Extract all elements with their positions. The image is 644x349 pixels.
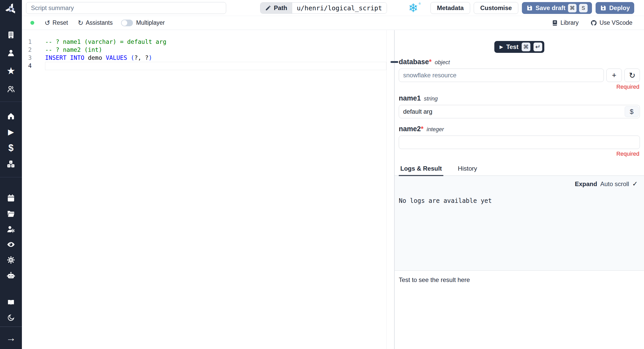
eye-icon (7, 240, 15, 249)
code-text: INSERT INTO demo VALUES (?, ?) (45, 54, 152, 62)
github-icon (590, 20, 597, 26)
logs-empty-text: No logs are available yet (399, 197, 644, 204)
play-icon: ▶ (8, 128, 14, 136)
result-tabs: Logs & Result History (395, 165, 644, 176)
kbd-cmd: ⌘ (568, 4, 577, 12)
sidebar-item-gear[interactable] (0, 252, 22, 268)
calendar-icon (7, 194, 15, 202)
sidebar-item-collapse[interactable]: → (0, 327, 22, 349)
field-label-database: database* object (399, 58, 640, 66)
multiplayer-label: Multiplayer (136, 19, 165, 26)
variable-picker-button[interactable]: $ (625, 106, 639, 117)
sidebar-item-book-open[interactable] (0, 296, 22, 309)
autoscroll-checkbox[interactable]: ✓ (632, 180, 638, 188)
moon-icon (7, 314, 15, 322)
test-panel: ▶ Test ⌘ ↵ database* object + ↻ Required… (395, 30, 644, 349)
sidebar-item-robot[interactable] (0, 268, 22, 283)
sidebar-item-dollar[interactable]: $ (0, 140, 22, 156)
line-number: 3 (22, 54, 45, 62)
sidebar-item-moon[interactable] (0, 309, 22, 327)
multiplayer-toggle[interactable] (121, 20, 133, 26)
code-editor[interactable]: 1-- ? name1 (varchar) = default arg2-- ?… (22, 30, 394, 349)
line-number: 4 (22, 62, 45, 70)
required-message: Required (399, 84, 639, 90)
kbd-cmd: ⌘ (522, 43, 530, 51)
editor-current-line (45, 62, 386, 70)
pane-resize-handle[interactable] (391, 61, 398, 63)
windmill-logo[interactable] (0, 0, 22, 18)
script-path-value[interactable]: u/henri/logical_script (292, 3, 387, 13)
app-sidebar: ★▶$ → (0, 0, 22, 349)
user-cog-icon (7, 225, 15, 233)
name1-input[interactable] (399, 105, 640, 118)
library-button[interactable]: Library (552, 19, 579, 26)
building-icon (7, 31, 15, 39)
save-draft-button[interactable]: Save draft ⌘ S (522, 2, 592, 14)
result-placeholder-text: Test to see the result here (399, 276, 470, 283)
sidebar-item-star[interactable]: ★ (0, 62, 22, 80)
robot-icon (7, 271, 15, 280)
script-summary-input[interactable] (26, 2, 226, 14)
code-line-3[interactable]: 3INSERT INTO demo VALUES (?, ?) (22, 54, 394, 62)
code-line-2[interactable]: 2-- ? name2 (int) (22, 46, 394, 54)
tab-history[interactable]: History (456, 165, 479, 176)
pane-divider[interactable] (394, 30, 395, 349)
line-number: 2 (22, 46, 45, 54)
result-panel: Test to see the result here (395, 271, 644, 349)
code-text: -- ? name1 (varchar) = default arg (45, 38, 166, 46)
sidebar-item-users[interactable] (0, 80, 22, 98)
sidebar-item-calendar[interactable] (0, 190, 22, 206)
edit-path-button[interactable]: Path (260, 3, 292, 13)
snowflake-icon: ❄ (408, 1, 418, 15)
book-open-icon (7, 298, 15, 306)
name2-input[interactable] (399, 136, 640, 149)
field-type: object (435, 59, 450, 66)
field-type: integer (427, 126, 444, 133)
metadata-button[interactable]: Metadata (430, 2, 470, 14)
sidebar-item-eye[interactable] (0, 237, 22, 252)
folder-icon (7, 209, 15, 218)
kbd-enter: ↵ (533, 43, 542, 51)
field-type: string (424, 95, 438, 102)
connection-status-dot (30, 21, 34, 25)
field-label-name2: name2* integer (399, 125, 640, 133)
path-group: Path u/henri/logical_script (260, 2, 387, 14)
database-input[interactable] (399, 69, 604, 82)
customise-button[interactable]: Customise (474, 2, 518, 14)
reset-button[interactable]: ↺ Reset (45, 19, 68, 26)
deploy-button[interactable]: Deploy (596, 2, 634, 14)
pencil-icon (265, 5, 271, 11)
expand-button[interactable]: Expand (575, 180, 597, 188)
sidebar-item-play[interactable]: ▶ (0, 124, 22, 140)
refresh-icon: ↻ (78, 20, 83, 26)
kbd-s: S (579, 4, 588, 12)
sidebar-item-user[interactable] (0, 44, 22, 62)
home-icon (7, 112, 15, 120)
sidebar-item-user-cog[interactable] (0, 221, 22, 237)
editor-right-edge (386, 30, 387, 349)
snowflake-language-logo: ❄ ® (406, 2, 420, 14)
code-line-1[interactable]: 1-- ? name1 (varchar) = default arg (22, 38, 394, 46)
tab-logs-result[interactable]: Logs & Result (399, 165, 443, 176)
sidebar-item-folder[interactable] (0, 206, 22, 221)
undo-icon: ↺ (45, 20, 50, 26)
sidebar-divider (0, 102, 22, 102)
sidebar-item-building[interactable] (0, 26, 22, 44)
sidebar-item-cubes[interactable] (0, 156, 22, 172)
main-area: Path u/henri/logical_script ❄ ® Metadata… (22, 0, 644, 349)
logs-panel: Expand Auto scroll ✓ No logs are availab… (395, 176, 644, 271)
cubes-icon (7, 160, 15, 168)
book-icon (552, 20, 558, 26)
sidebar-item-home[interactable] (0, 108, 22, 124)
use-vscode-button[interactable]: Use VScode (590, 19, 632, 26)
add-resource-button[interactable]: + (606, 69, 622, 82)
topbar: Path u/henri/logical_script ❄ ® Metadata… (22, 0, 644, 16)
path-label: Path (274, 4, 287, 12)
arrow-right-icon: → (6, 333, 16, 343)
assistants-button[interactable]: ↻ Assistants (78, 19, 113, 26)
required-star: * (429, 58, 432, 66)
refresh-resource-button[interactable]: ↻ (624, 69, 640, 82)
autoscroll-label: Auto scroll (600, 180, 629, 188)
user-icon (7, 49, 15, 57)
test-button[interactable]: ▶ Test ⌘ ↵ (494, 41, 544, 53)
